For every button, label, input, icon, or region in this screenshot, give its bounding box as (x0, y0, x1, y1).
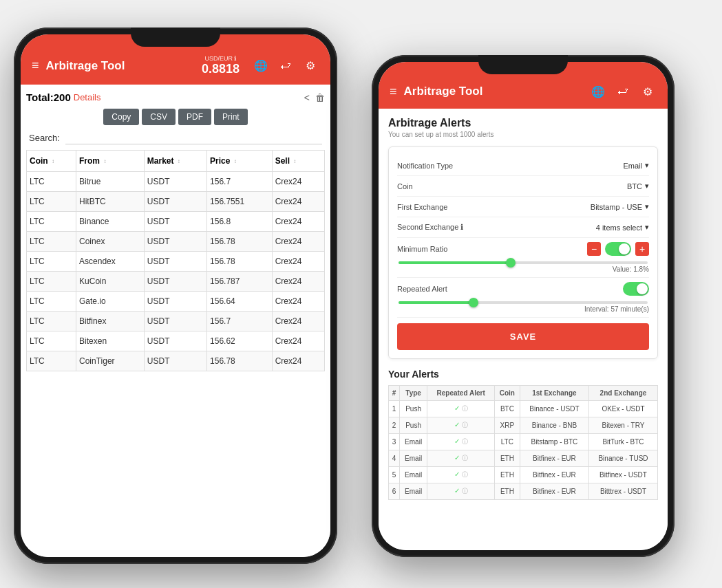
alerts-row: 5Email✓ ⓘETHBitfinex - EURBitfinex - USD… (389, 467, 658, 483)
login-icon-1[interactable]: ⮐ (277, 57, 295, 75)
globe-icon-1[interactable]: 🌐 (252, 57, 270, 75)
col-price[interactable]: Price ↕ (207, 151, 273, 172)
search-input[interactable] (65, 131, 322, 144)
table-cell: 156.62 (207, 331, 273, 351)
settings-icon-2[interactable]: ⚙ (639, 83, 657, 100)
second-exchange-row: Second Exchange ℹ 4 items select ▾ (397, 217, 649, 238)
col-coin[interactable]: Coin ↕ (27, 151, 76, 172)
notification-value[interactable]: Email ▾ (623, 161, 649, 170)
alerts-cell: OKEx - USDT (589, 401, 658, 417)
second-exchange-value[interactable]: 4 items select ▾ (596, 223, 649, 232)
alerts-cell: 2 (389, 417, 400, 434)
table-cell: USDT (144, 331, 206, 351)
table-cell: USDT (144, 252, 206, 272)
table-cell: Crex24 (272, 172, 324, 192)
first-exchange-value[interactable]: Bitstamp - USE ▾ (591, 202, 649, 211)
delete-icon[interactable]: 🗑 (315, 92, 325, 103)
table-cell: USDT (144, 212, 206, 232)
alerts-row: 3Email✓ ⓘLTCBitstamp - BTCBitTurk - BTC (389, 434, 658, 450)
table-cell: USDT (144, 272, 206, 292)
globe-icon-2[interactable]: 🌐 (589, 83, 607, 100)
repeated-alert-thumb[interactable] (469, 298, 478, 307)
share-icons: < 🗑 (304, 92, 325, 103)
first-exchange-row: First Exchange Bitstamp - USE ▾ (397, 197, 649, 217)
alerts-cell: Email (399, 434, 427, 450)
alerts-cell: ETH (494, 467, 520, 483)
alerts-screen: Arbitrage Alerts You can set up at most … (379, 109, 668, 550)
alerts-cell: 6 (389, 483, 400, 500)
col-market[interactable]: Market ↕ (144, 151, 206, 172)
scene: ≡ Arbitrage Tool USD/EUR ℹ 0.8818 🌐 ⮐ ⚙ (0, 0, 722, 588)
table-cell: LTC (27, 292, 76, 312)
alerts-cell: ETH (494, 450, 520, 467)
phone-2-content: Arbitrage Alerts You can set up at most … (379, 109, 668, 550)
alerts-col-header: Coin (494, 386, 520, 401)
settings-icon-1[interactable]: ⚙ (301, 57, 319, 75)
alerts-cell: ETH (494, 483, 520, 500)
table-cell: Bitrue (76, 172, 145, 192)
repeated-alert-track[interactable] (399, 301, 648, 304)
notification-row: Notification Type Email ▾ (397, 155, 649, 176)
phone-1-screen: ≡ Arbitrage Tool USD/EUR ℹ 0.8818 🌐 ⮐ ⚙ (21, 34, 330, 557)
coin-label: Coin (397, 182, 627, 190)
phone-2-screen: ≡ Arbitrage Tool 🌐 ⮐ ⚙ Arbitrage Alerts … (379, 62, 668, 550)
table-cell: 156.7551 (207, 192, 273, 212)
alerts-cell: ✓ ⓘ (427, 467, 495, 483)
min-ratio-track[interactable] (399, 261, 648, 264)
table-row: LTCKuCoinUSDT156.787Crex24 (27, 272, 325, 292)
table-cell: Crex24 (272, 232, 324, 252)
table-row: LTCBitexenUSDT156.62Crex24 (27, 331, 325, 351)
table-cell: LTC (27, 252, 76, 272)
min-ratio-toggle[interactable] (605, 242, 631, 256)
alerts-row: 6Email✓ ⓘETHBitfinex - EURBitttrex - USD… (389, 483, 658, 500)
total-bar: Total:200 Details < 🗑 (26, 91, 325, 103)
table-cell: Crex24 (272, 351, 324, 371)
table-cell: Ascendex (76, 252, 145, 272)
search-bar: Search: (26, 131, 325, 144)
login-icon-2[interactable]: ⮐ (614, 83, 632, 100)
copy-button[interactable]: Copy (103, 109, 139, 125)
alerts-cell: 3 (389, 434, 400, 450)
repeated-alert-label: Repeated Alert (397, 285, 623, 293)
notification-label: Notification Type (397, 162, 623, 170)
alerts-cell: Bitfinex - EUR (520, 483, 588, 500)
table-row: LTCGate.ioUSDT156.64Crex24 (27, 292, 325, 312)
details-link[interactable]: Details (74, 92, 101, 102)
share-icon[interactable]: < (304, 92, 310, 103)
alerts-cell: LTC (494, 434, 520, 450)
table-cell: LTC (27, 172, 76, 192)
pdf-button[interactable]: PDF (178, 109, 211, 125)
rate-value: 0.8818 (202, 62, 240, 76)
table-cell: 156.8 (207, 212, 273, 232)
repeated-alert-toggle[interactable] (623, 282, 649, 296)
phone-2: ≡ Arbitrage Tool 🌐 ⮐ ⚙ Arbitrage Alerts … (372, 55, 675, 557)
min-ratio-minus[interactable]: − (587, 242, 601, 256)
table-cell: KuCoin (76, 272, 145, 292)
table-screen: Total:200 Details < 🗑 Copy CSV PDF (21, 85, 330, 378)
alerts-cell: Binance - TUSD (589, 450, 658, 467)
min-ratio-thumb[interactable] (506, 258, 516, 268)
alerts-cell: XRP (494, 417, 520, 434)
col-sell[interactable]: Sell ↕ (272, 151, 324, 172)
csv-button[interactable]: CSV (142, 109, 176, 125)
print-button[interactable]: Print (214, 109, 248, 125)
table-row: LTCBitrueUSDT156.7Crex24 (27, 172, 325, 192)
table-row: LTCBinanceUSDT156.8Crex24 (27, 212, 325, 232)
phone-1-content: Total:200 Details < 🗑 Copy CSV PDF (21, 85, 330, 557)
phone-2-header: ≡ Arbitrage Tool 🌐 ⮐ ⚙ (379, 62, 668, 109)
alerts-row: 1Push✓ ⓘBTCBinance - USDTOKEx - USDT (389, 401, 658, 417)
col-from[interactable]: From ↕ (76, 151, 145, 172)
table-cell: USDT (144, 292, 206, 312)
menu-icon-2[interactable]: ≡ (390, 85, 397, 99)
min-ratio-plus[interactable]: + (635, 242, 649, 256)
repeated-alert-value: Interval: 57 minute(s) (397, 305, 649, 313)
menu-icon[interactable]: ≡ (32, 58, 39, 73)
phone-2-inner: ≡ Arbitrage Tool 🌐 ⮐ ⚙ Arbitrage Alerts … (379, 62, 668, 550)
rate-label: USD/EUR ℹ (202, 55, 240, 62)
form-card: Notification Type Email ▾ Coin BTC (388, 146, 658, 359)
save-button[interactable]: SAVE (397, 323, 649, 350)
alerts-cell: Bitttrex - USDT (589, 483, 658, 500)
phone-1-header: ≡ Arbitrage Tool USD/EUR ℹ 0.8818 🌐 ⮐ ⚙ (21, 34, 330, 85)
alerts-col-header: Type (399, 386, 427, 401)
coin-value[interactable]: BTC ▾ (627, 182, 649, 190)
